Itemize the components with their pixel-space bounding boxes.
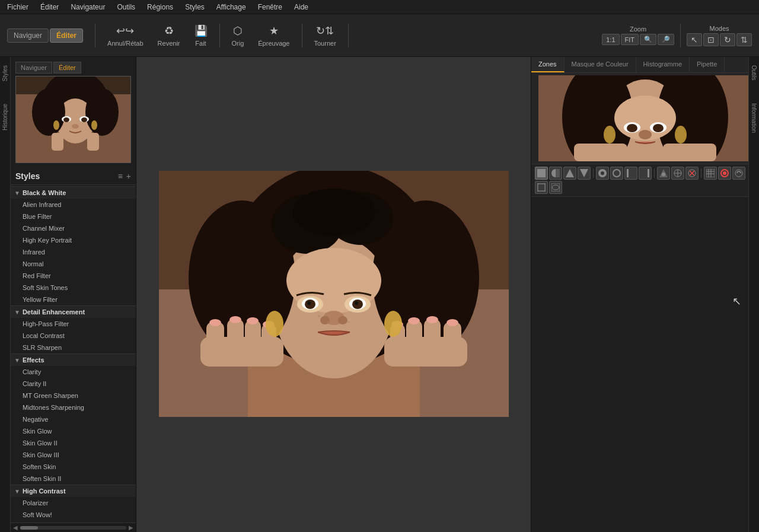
tool-btn-4[interactable] [578, 167, 591, 180]
style-yellow-filter[interactable]: Yellow Filter [11, 294, 136, 305]
styles-scrollbar[interactable]: ◀ ▶ [11, 523, 136, 532]
style-skin-glow-ii[interactable]: Skin Glow II [11, 437, 136, 449]
style-mt-green-sharpen[interactable]: MT Green Sharpen [11, 390, 136, 402]
tab-pipette[interactable]: Pipette [690, 57, 725, 72]
tab-masque-couleur[interactable]: Masque de Couleur [565, 57, 636, 72]
edit-tab[interactable]: Éditer [53, 62, 81, 74]
style-high-pass-filter[interactable]: High-Pass Filter [11, 318, 136, 330]
category-detail-enhancement[interactable]: ▼ Detail Enhancement [11, 305, 136, 318]
style-high-key-portrait[interactable]: High Key Portrait [11, 234, 136, 246]
tool-btn-8[interactable] [639, 167, 652, 180]
info-right-tab[interactable]: Information [750, 101, 758, 135]
tool-btn-15[interactable] [535, 181, 548, 194]
svg-rect-105 [551, 183, 560, 192]
style-channel-mixer[interactable]: Channel Mixer [11, 222, 136, 234]
menu-regions[interactable]: Régions [145, 2, 176, 12]
tools-right-tab[interactable]: Outils [750, 63, 758, 83]
tool-btn-9[interactable] [657, 167, 670, 180]
styles-side-tab[interactable]: Styles [1, 63, 9, 84]
style-local-contrast[interactable]: Local Contrast [11, 330, 136, 342]
style-soft-wow[interactable]: Soft Wow! [11, 509, 136, 521]
tool-btn-12[interactable] [704, 167, 717, 180]
style-slr-sharpen[interactable]: SLR Sharpen [11, 342, 136, 353]
tab-histogramme[interactable]: Histogramme [636, 57, 690, 72]
redo-button[interactable]: 💾 Fait [189, 18, 213, 53]
tool-btn-11[interactable] [685, 167, 699, 180]
navigate-button[interactable]: Naviguer [7, 28, 49, 43]
style-infrared[interactable]: Infrared [11, 246, 136, 258]
tool-btn-7[interactable] [624, 167, 637, 180]
zoom-in-button[interactable]: 🔍 [640, 34, 656, 45]
style-alien-infrared[interactable]: Alien Infrared [11, 199, 136, 211]
style-soften-skin[interactable]: Soften Skin [11, 461, 136, 473]
style-polarizer[interactable]: Polarizer [11, 497, 136, 509]
orig-label: Orig [232, 40, 244, 47]
style-skin-glow-iii[interactable]: Skin Glow III [11, 449, 136, 461]
tool-sep-2 [654, 168, 655, 178]
scroll-track[interactable] [20, 526, 126, 530]
style-midtones-sharpening[interactable]: Midtones Sharpening [11, 402, 136, 413]
svg-point-74 [604, 126, 616, 144]
mode-select-button[interactable]: ↖ [687, 33, 702, 46]
left-side-tabs: Styles Historique [0, 57, 11, 532]
style-normal[interactable]: Normal [11, 258, 136, 270]
zoom-out-button[interactable]: 🔎 [658, 34, 674, 45]
category-effects[interactable]: ▼ Effects [11, 353, 136, 366]
menu-editer[interactable]: Éditer [38, 2, 61, 12]
tool-btn-1[interactable] [535, 167, 548, 180]
proof-button[interactable]: ★ Épreuvage [252, 18, 295, 53]
category-high-contrast[interactable]: ▼ High Contrast [11, 485, 136, 497]
rotate-button[interactable]: ↻⇅ Tourner [308, 18, 342, 53]
styles-add-button[interactable]: + [126, 171, 131, 181]
tool-btn-2[interactable] [549, 167, 562, 180]
mode-crop-button[interactable]: ⊡ [703, 33, 719, 46]
style-negative[interactable]: Negative [11, 413, 136, 425]
menu-aide[interactable]: Aide [292, 2, 311, 12]
history-side-tab[interactable]: Historique [1, 101, 9, 133]
style-soften-skin-ii[interactable]: Soften Skin II [11, 473, 136, 485]
zoom-1to1-button[interactable]: 1:1 [602, 34, 619, 45]
style-blue-filter[interactable]: Blue Filter [11, 211, 136, 222]
style-skin-glow[interactable]: Skin Glow [11, 425, 136, 437]
edit-button[interactable]: Éditer [50, 28, 83, 43]
center-canvas[interactable] [136, 57, 531, 532]
tool-btn-5[interactable] [596, 167, 609, 180]
style-red-filter[interactable]: Red Filter [11, 270, 136, 282]
tool-btn-13[interactable] [718, 167, 731, 180]
tool-btn-6[interactable] [610, 167, 623, 180]
menu-fenetre[interactable]: Fenêtre [256, 2, 285, 12]
scroll-right-arrow[interactable]: ▶ [129, 524, 133, 531]
tab-zones[interactable]: Zones [531, 57, 565, 72]
toolbar: Naviguer Éditer ↩↪ Annul/Rétab ♻ Revenir… [0, 14, 759, 57]
tool-btn-14[interactable] [732, 167, 745, 180]
category-black-white[interactable]: ▼ Black & White [11, 186, 136, 199]
category-arrow-3: ▼ [14, 357, 20, 364]
menu-styles[interactable]: Styles [183, 2, 207, 12]
menu-navigateur[interactable]: Navigateur [68, 2, 107, 12]
tool-btn-10[interactable] [671, 167, 684, 180]
styles-list-view-button[interactable]: ≡ [118, 171, 123, 181]
tool-btn-3[interactable] [563, 167, 576, 180]
scroll-left-arrow[interactable]: ◀ [13, 524, 18, 531]
menu-fichier[interactable]: Fichier [5, 2, 31, 12]
tool-btn-16[interactable] [549, 181, 562, 194]
svg-point-56 [266, 311, 283, 337]
mode-flip-button[interactable]: ⇅ [736, 33, 752, 46]
menu-outils[interactable]: Outils [114, 2, 138, 12]
right-sidebar: Zones Masque de Couleur Histogramme Pipe… [531, 57, 759, 532]
style-clarity-ii[interactable]: Clarity II [11, 378, 136, 390]
navigate-tab[interactable]: Naviguer [15, 62, 52, 74]
zoom-group: Zoom 1:1 FIT 🔍 🔎 [602, 26, 674, 45]
menu-affichage[interactable]: Affichage [214, 2, 248, 12]
style-clarity[interactable]: Clarity [11, 366, 136, 378]
orig-button[interactable]: ⬡ Orig [226, 18, 250, 53]
revert-button[interactable]: ♻ Revenir [152, 18, 186, 53]
style-soft-skin-tones[interactable]: Soft Skin Tones [11, 282, 136, 294]
category-arrow-2: ▼ [14, 309, 20, 316]
toolbar-separator-3 [302, 24, 302, 47]
zoom-fit-button[interactable]: FIT [621, 34, 639, 45]
svg-point-60 [342, 314, 344, 316]
mode-rotate-button[interactable]: ↻ [720, 33, 735, 46]
undo-redo-button[interactable]: ↩↪ Annul/Rétab [101, 18, 149, 53]
styles-list[interactable]: ▼ Black & White Alien Infrared Blue Filt… [11, 185, 136, 523]
